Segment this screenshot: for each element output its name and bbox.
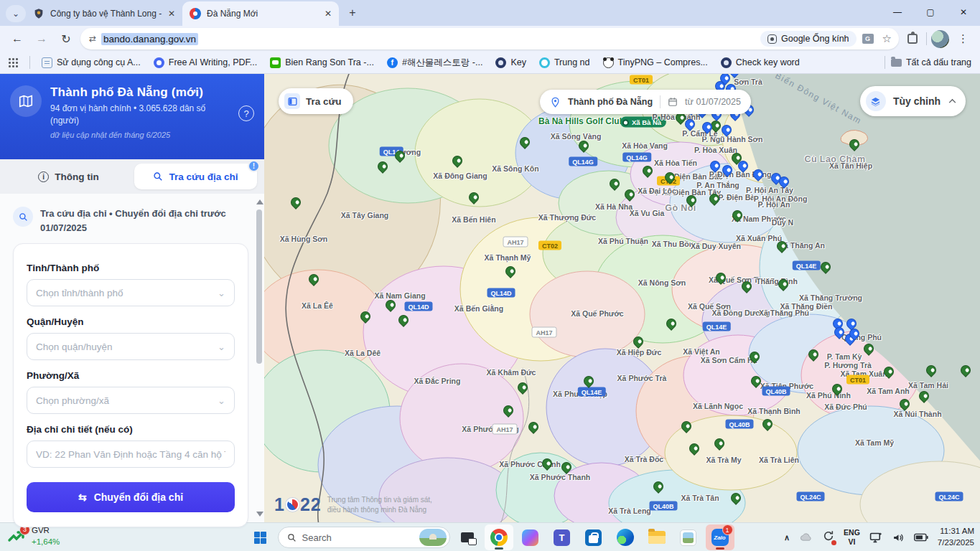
tab-close-icon[interactable]: ✕ xyxy=(168,9,175,19)
browser-tab-active[interactable]: Đà Nẵng Mới ✕ xyxy=(182,1,339,26)
network-icon[interactable] xyxy=(869,532,883,543)
sync-status-icon[interactable] xyxy=(823,530,834,545)
forward-button[interactable]: → xyxy=(32,29,52,49)
map-canvas[interactable]: Biển Đông Việt NamBà Nà Hills Golf ClubX… xyxy=(264,74,980,522)
map-pin-green[interactable] xyxy=(503,264,518,278)
apps-grid-icon[interactable] xyxy=(9,58,18,67)
map-pin-green[interactable] xyxy=(582,374,596,388)
taskbar-copilot-button[interactable] xyxy=(516,524,545,550)
address-bar[interactable]: ⇄ bando.danang.gov.vn Google Ống kính G … xyxy=(80,28,899,50)
tab-list-caret-icon[interactable]: ⌄ xyxy=(6,5,26,22)
search-highlight-image[interactable] xyxy=(419,529,447,546)
map-pin-green[interactable] xyxy=(515,380,530,395)
language-switcher[interactable]: ENG VI xyxy=(844,528,860,547)
help-icon[interactable]: ? xyxy=(238,105,254,121)
taskbar-search[interactable]: Search xyxy=(278,527,450,548)
map-pin-green[interactable] xyxy=(526,420,541,434)
volume-icon[interactable] xyxy=(892,532,905,543)
profile-avatar[interactable] xyxy=(931,30,949,48)
map-pin-green[interactable] xyxy=(607,176,622,191)
map-pin-green[interactable] xyxy=(924,363,938,377)
site-settings-icon[interactable]: ⇄ xyxy=(89,34,95,44)
browser-tab-inactive[interactable]: Công ty bảo vệ Thành Long - D ✕ xyxy=(26,1,182,26)
map-pin-green[interactable] xyxy=(501,403,515,418)
scrollbar-thumb[interactable] xyxy=(256,209,262,364)
map-pin-green[interactable] xyxy=(383,298,398,312)
map-pin-green[interactable] xyxy=(897,397,912,411)
taskbar-photos-button[interactable] xyxy=(674,524,703,550)
all-bookmarks-button[interactable]: Tất cả dấu trang xyxy=(891,57,971,67)
customize-button[interactable]: Tùy chỉnh xyxy=(860,86,966,116)
map-pin-green[interactable] xyxy=(307,272,321,286)
map-pin-green[interactable] xyxy=(862,342,876,356)
tab-info[interactable]: i Thông tin xyxy=(7,164,130,189)
bookmark-item[interactable]: Bien Rang Son Tra -... xyxy=(270,57,374,68)
ward-select[interactable]: Chọn phường/xã ⌄ xyxy=(27,387,235,414)
map-pin-green[interactable] xyxy=(679,419,694,433)
back-button[interactable]: ← xyxy=(7,29,27,49)
map-pin-green[interactable] xyxy=(847,137,862,151)
window-maximize-button[interactable]: ▢ xyxy=(914,0,947,24)
map-pin-green[interactable] xyxy=(450,154,465,168)
tab-address-lookup[interactable]: Tra cứu địa chỉ ! xyxy=(134,164,257,189)
bookmark-item[interactable]: Key xyxy=(495,57,526,68)
map-pin-green[interactable] xyxy=(806,347,821,362)
map-pin-green[interactable] xyxy=(917,389,931,403)
map-pin-green[interactable] xyxy=(640,164,655,178)
map-pin-green[interactable] xyxy=(559,460,574,474)
translate-icon[interactable]: G xyxy=(862,34,874,44)
taskbar-clock[interactable]: 11:31 AM 7/23/2025 xyxy=(938,526,974,548)
taskbar-explorer-button[interactable] xyxy=(643,524,671,550)
map-pin-green[interactable] xyxy=(651,479,666,494)
taskbar-widget-stocks[interactable]: 3 GVR +1,64% xyxy=(7,525,60,547)
map-pin-green[interactable] xyxy=(712,436,727,451)
taskbar-chrome-button[interactable] xyxy=(485,524,513,550)
window-close-button[interactable]: ✕ xyxy=(947,0,980,24)
reload-button[interactable]: ↻ xyxy=(56,29,76,49)
district-select[interactable]: Chọn quận/huyện ⌄ xyxy=(27,333,235,360)
bookmark-item[interactable]: f#해산물레스토랑 -... xyxy=(387,57,483,69)
convert-address-button[interactable]: ⇆ Chuyển đổi địa chỉ xyxy=(27,482,235,512)
map-pin-green[interactable] xyxy=(289,195,303,209)
map-scope-chip[interactable]: Thành phố Đà Nẵng từ 01/07/2025 xyxy=(540,90,751,114)
map-pin-green[interactable] xyxy=(729,491,743,505)
scroll-down-icon[interactable] xyxy=(256,512,263,517)
map-pin-green[interactable] xyxy=(958,363,973,377)
bookmark-star-icon[interactable]: ☆ xyxy=(879,32,895,45)
google-lens-button[interactable]: Google Ống kính xyxy=(760,31,857,47)
province-select[interactable]: Chọn tỉnh/thành phố ⌄ xyxy=(27,279,235,306)
bookmark-item[interactable]: Check key word xyxy=(721,57,800,68)
onedrive-cloud-icon[interactable] xyxy=(799,532,813,542)
bookmark-item[interactable]: Sử dụng công cụ A... xyxy=(42,57,141,68)
bookmark-item[interactable]: TinyPNG – Compres... xyxy=(603,57,708,68)
map-pin-green[interactable] xyxy=(631,334,645,349)
extensions-icon[interactable] xyxy=(907,34,918,44)
detail-address-input[interactable] xyxy=(27,441,235,468)
url-text[interactable]: bando.danang.gov.vn xyxy=(101,33,198,45)
window-minimize-button[interactable]: — xyxy=(881,0,914,24)
new-tab-button[interactable]: + xyxy=(343,4,362,22)
start-button[interactable] xyxy=(246,524,275,550)
map-pin-green[interactable] xyxy=(467,190,481,204)
bookmark-item[interactable]: Trung nd xyxy=(539,57,590,68)
map-pin-green[interactable] xyxy=(760,417,775,431)
map-pin-green[interactable] xyxy=(375,159,390,174)
map-pin-green[interactable] xyxy=(358,309,373,324)
map-pin-green[interactable] xyxy=(518,135,532,149)
taskbar-teams-button[interactable]: T xyxy=(548,524,577,550)
map-lookup-button[interactable]: Tra cứu xyxy=(279,88,353,114)
sidebar-scrollbar[interactable] xyxy=(255,199,263,517)
map-pin-green[interactable] xyxy=(396,313,411,327)
task-view-button[interactable] xyxy=(453,524,482,550)
taskbar-store-button[interactable] xyxy=(579,524,608,550)
map-pin-green[interactable] xyxy=(664,316,678,331)
bookmark-item[interactable]: Free AI Writing, PDF... xyxy=(154,57,257,68)
scroll-up-icon[interactable] xyxy=(256,199,263,204)
tab-close-icon[interactable]: ✕ xyxy=(325,9,332,19)
taskbar-edge-button[interactable] xyxy=(611,524,640,550)
map-pin-green[interactable] xyxy=(818,260,833,274)
map-pin-green[interactable] xyxy=(577,138,591,153)
map-pin-green[interactable] xyxy=(622,187,637,202)
battery-icon[interactable] xyxy=(914,533,928,542)
map-pin-green[interactable] xyxy=(687,441,701,456)
